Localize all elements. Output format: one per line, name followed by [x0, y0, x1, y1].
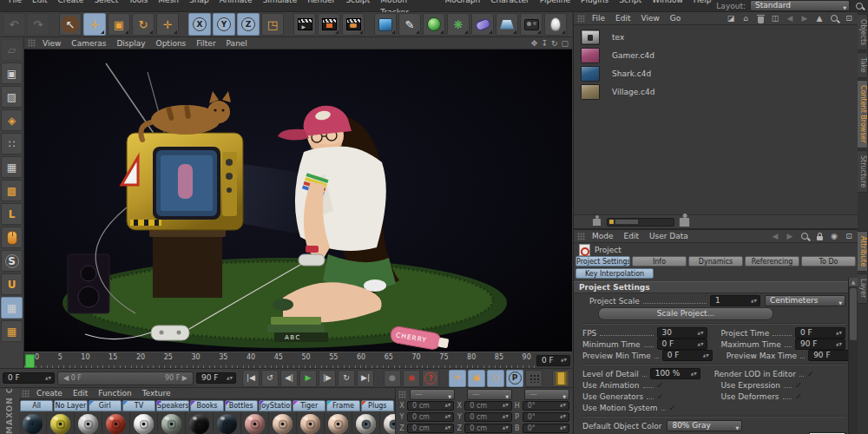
attribute-tab[interactable]: Key Interpolation [575, 268, 654, 279]
coordinate-field[interactable]: 0°▲▼ [523, 424, 569, 433]
layer-tab[interactable]: Bottles [225, 400, 258, 411]
attribute-tab[interactable]: Project Settings [575, 256, 630, 266]
prev-frame-button[interactable]: ◀| [280, 370, 298, 387]
attribute-tab[interactable]: Info [632, 256, 687, 266]
up-icon[interactable]: ▲ [814, 13, 825, 23]
file-row[interactable]: Shark.c4d [574, 64, 858, 82]
attribute-tab[interactable]: To Do [801, 256, 856, 266]
attribute-tab[interactable]: Dynamics [688, 256, 743, 266]
layer-tab[interactable]: Girl [89, 400, 122, 411]
timeline-button[interactable] [552, 370, 569, 387]
forward-icon[interactable]: ▶ [785, 231, 795, 241]
model-mode-button[interactable]: ▣ [1, 62, 23, 84]
material-cell[interactable] [325, 411, 352, 434]
coordinate-mode-select[interactable]: — [524, 389, 569, 400]
default-object-color-select[interactable]: 80% Gray [667, 420, 742, 431]
layer-tab[interactable]: JoyStation [259, 400, 292, 411]
detach-icon[interactable]: ⊡ [844, 231, 854, 241]
use-motion-system-checkbox[interactable]: ✓ [669, 403, 720, 412]
preview-min-field[interactable]: 0 F▲▼ [662, 350, 713, 361]
material-black[interactable] [189, 414, 209, 434]
material-cell[interactable] [75, 411, 102, 434]
add-deformer-button[interactable] [471, 13, 494, 36]
record-state-icon[interactable]: ◉ [829, 231, 839, 241]
layer-tab[interactable]: Tiger [293, 400, 326, 411]
material-cell[interactable] [186, 411, 214, 434]
attribute-scrollbar[interactable]: ▲ [848, 278, 858, 434]
undo-button[interactable]: ↶ [3, 13, 25, 36]
panel-tab[interactable]: Objects [858, 14, 868, 50]
material-menu-item[interactable]: Edit [68, 389, 93, 398]
axis-mode-button[interactable]: L [1, 203, 23, 225]
next-frame-button[interactable]: |▶ [319, 370, 336, 387]
attribute-menu-item[interactable]: Mode [587, 232, 619, 240]
viewport-canvas[interactable]: ABC CHERRY [24, 49, 572, 352]
panel-tab[interactable]: Attribute [858, 231, 868, 272]
coordinate-field[interactable]: 0 cm▲▼ [407, 424, 454, 433]
attribute-menu-item[interactable]: User Data [644, 232, 694, 240]
next-key-button[interactable]: ↻ [338, 370, 355, 387]
points-mode-button[interactable]: ∷ [1, 133, 23, 155]
snap-settings-button[interactable]: S [1, 250, 23, 272]
material-silver[interactable] [78, 414, 98, 434]
file-row[interactable]: Village.c4d [574, 82, 858, 101]
coordinate-system-toggle[interactable]: ◳ [261, 13, 284, 36]
autokey-button[interactable]: ? [422, 370, 439, 387]
preview-icon[interactable]: ◪ [726, 13, 736, 23]
material-dark-glass[interactable] [217, 414, 237, 434]
browser-menu-item[interactable]: Edit [610, 14, 635, 23]
search-icon[interactable] [799, 231, 810, 241]
browser-menu-item[interactable]: File [587, 14, 610, 23]
goto-start-button[interactable]: |◀ [242, 370, 260, 387]
timeline-ruler[interactable]: 051015202530354045505560657075808590 [24, 352, 535, 370]
key-parameter-toggle[interactable]: P [506, 370, 523, 387]
layer-tab[interactable]: Plugs [361, 400, 394, 411]
texture-mode-button[interactable]: ▨ [1, 86, 23, 108]
add-generator-button[interactable] [423, 13, 445, 36]
project-time-field[interactable]: 0 F▲▼ [795, 327, 845, 339]
key-pla-toggle[interactable] [525, 370, 542, 387]
section-header[interactable]: Project Settings [574, 281, 858, 293]
timeline-range-slider[interactable]: ◀ 0 F 90 F ▶ [57, 372, 194, 385]
trash-icon[interactable] [755, 13, 766, 23]
lock-x-axis-toggle[interactable]: X [188, 13, 211, 36]
use-deformers-checkbox[interactable]: ✓ [795, 391, 845, 401]
detach-icon[interactable]: ⊡ [844, 13, 854, 23]
material-cell[interactable] [102, 411, 130, 434]
live-selection-tool[interactable]: ↖ [59, 13, 82, 36]
thumbnail-size-slider[interactable] [607, 218, 674, 227]
back-icon[interactable]: ◀ [770, 231, 780, 241]
attribute-menu-item[interactable]: Edit [619, 232, 644, 240]
panel-tab[interactable]: Content Browser [858, 80, 868, 148]
prev-key-button[interactable]: ↺ [261, 370, 279, 387]
material-eye-left[interactable] [356, 414, 376, 434]
coordinate-mode-select[interactable]: — [467, 389, 512, 400]
layer-tab[interactable]: Speakers [156, 400, 189, 411]
file-row[interactable]: Gamer.c4d [574, 46, 858, 64]
render-view-button[interactable] [293, 13, 316, 36]
material-white[interactable] [134, 414, 154, 434]
key-rotation-toggle[interactable]: ○ [487, 370, 504, 387]
panel-tab[interactable]: Structure [858, 150, 868, 193]
render-settings-button[interactable] [342, 13, 365, 36]
planar-workplane-button[interactable]: ▦ [1, 320, 23, 342]
material-skin-2[interactable] [300, 414, 320, 434]
material-dark-teal[interactable] [23, 414, 43, 434]
coordinate-field[interactable]: 0 cm▲▼ [407, 401, 454, 411]
make-editable-button[interactable]: ▱ [1, 39, 23, 61]
panel-tab[interactable]: Take [858, 52, 868, 78]
rotate-view-icon[interactable]: ↻ [551, 38, 558, 49]
material-cell[interactable] [297, 411, 325, 434]
coordinate-field[interactable]: 0 cm▲▼ [464, 401, 511, 411]
workplane-mode-button[interactable]: ◈ [1, 109, 23, 131]
layer-tab[interactable]: TV [122, 400, 155, 411]
add-spline-button[interactable]: ✎ [398, 13, 421, 36]
material-pink-face[interactable] [245, 414, 265, 434]
maximum-time-field[interactable]: 90 F▲▼ [795, 339, 845, 350]
viewport-menu-item[interactable]: Panel [221, 39, 253, 48]
lock-z-axis-toggle[interactable]: Z [237, 13, 260, 36]
material-cell[interactable] [19, 411, 47, 434]
back-icon[interactable]: ◀ [785, 13, 795, 23]
use-generators-checkbox[interactable]: ✓ [657, 391, 707, 401]
material-menu-item[interactable]: Function [93, 389, 136, 398]
